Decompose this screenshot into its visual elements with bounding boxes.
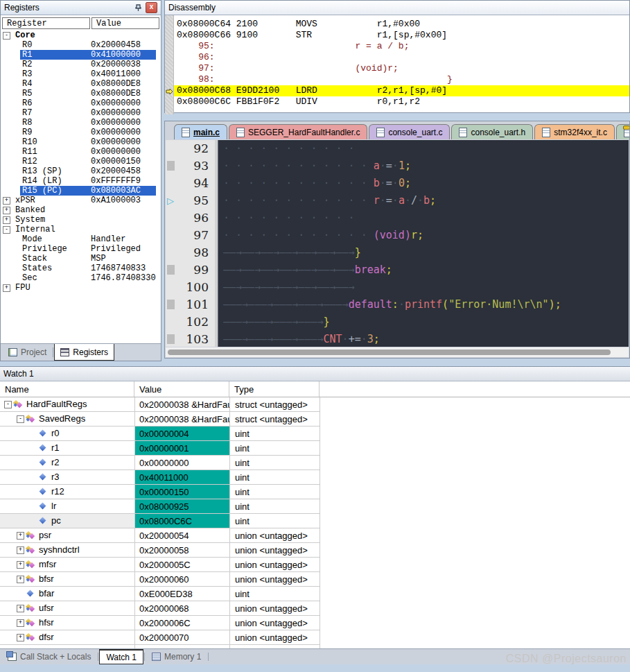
watch-value[interactable]: 0x20000054 — [134, 528, 229, 542]
watch-name-cell[interactable]: +mfsr — [0, 558, 134, 571]
bottom-tab-watch-1[interactable]: Watch 1 — [99, 649, 143, 664]
watch-name-cell[interactable]: -HardFaultRegs — [0, 397, 134, 411]
panel-tab-registers[interactable]: Registers — [54, 344, 114, 361]
watch-row-r2[interactable]: r20x00000000uint — [0, 456, 320, 470]
register-row-stack[interactable]: StackMSP — [1, 254, 161, 264]
disassembly-line[interactable]: 0x08000C64 2100 MOVS r1,#0x00 — [165, 19, 629, 30]
watch-name-cell[interactable]: bfar — [0, 587, 134, 601]
watch-row-psr[interactable]: +psr0x20000054union <untagged> — [0, 528, 320, 543]
tree-expander[interactable]: + — [3, 284, 10, 292]
register-row-r1[interactable]: R10x41000000 — [1, 50, 161, 60]
watch-name-cell[interactable]: r2 — [0, 456, 134, 469]
watch-value[interactable]: 0x20000038 &HardFau... — [134, 397, 229, 411]
watch-value[interactable]: 0x20000070 — [134, 630, 229, 644]
watch-value[interactable]: 0x08000925 — [134, 499, 229, 513]
watch-name-cell[interactable]: r12 — [0, 485, 134, 499]
watch-name-cell[interactable]: +hfsr — [0, 616, 134, 630]
value-column-header[interactable]: Value — [134, 381, 229, 397]
tree-expander[interactable]: - — [4, 401, 12, 408]
tree-expander[interactable]: + — [3, 207, 10, 214]
watch-row-SavedRegs[interactable]: -SavedRegs0x20000038 &HardFau...struct <… — [0, 412, 320, 427]
register-row-system[interactable]: +System — [1, 215, 161, 225]
watch-value[interactable]: 0x40011000 — [134, 470, 229, 484]
register-row-r12[interactable]: R120x00000150 — [1, 157, 161, 166]
watch-value[interactable]: 0x20000068 — [134, 601, 229, 615]
tree-expander[interactable]: - — [3, 32, 10, 40]
watch-name-cell[interactable]: +psr — [0, 528, 134, 542]
watch-name-cell[interactable]: +bfsr — [0, 572, 134, 586]
code-line-101[interactable]: 101———→———→———→———→———→default:·printf("… — [166, 296, 629, 313]
register-row-r11[interactable]: R110x00000000 — [1, 147, 161, 157]
register-row-r8[interactable]: R80x00000000 — [1, 118, 161, 128]
editor-tab-stm32f4xx-it-c[interactable]: stm32f4xx_it.c — [534, 124, 615, 139]
editor-tab-segger-hardfaulthandler-c[interactable]: SEGGER_HardFaultHandler.c — [229, 124, 367, 139]
watch-row-mfsr[interactable]: +mfsr0x2000005Cunion <untagged> — [0, 558, 320, 572]
register-row-mode[interactable]: ModeHandler — [1, 234, 161, 244]
tree-expander[interactable]: - — [17, 415, 24, 423]
watch-row-syshndctrl[interactable]: +syshndctrl0x20000058union <untagged> — [0, 543, 320, 558]
code-line-99[interactable]: 99——→——→——→——→——→——→——→break; — [166, 261, 629, 279]
register-row-r9[interactable]: R90x00000000 — [1, 128, 161, 137]
register-row-r4[interactable]: R40x08000DE8 — [1, 79, 161, 89]
watch-value[interactable]: 0x2000006C — [134, 616, 229, 630]
watch-name-cell[interactable]: +dfsr — [0, 630, 134, 644]
name-column-header[interactable]: Name — [0, 381, 134, 397]
watch-row-lr[interactable]: lr0x08000925uint — [0, 499, 320, 514]
watch-name-cell[interactable]: +syshndctrl — [0, 543, 134, 557]
watch-name-cell[interactable]: pc — [0, 514, 134, 528]
watch-row-ufsr[interactable]: +ufsr0x20000068union <untagged> — [0, 601, 320, 616]
register-column-header[interactable]: Register — [2, 17, 90, 29]
code-line-92[interactable]: 92· · · · · · · · · · · — [166, 140, 629, 157]
disassembly-line[interactable]: 97: (void)r; — [165, 63, 629, 74]
horizontal-scrollbar[interactable] — [166, 347, 629, 357]
register-row-r0[interactable]: R00x20000458 — [1, 40, 161, 50]
pin-icon[interactable] — [134, 3, 143, 12]
register-row-r6[interactable]: R60x00000000 — [1, 98, 161, 108]
register-row-states[interactable]: States17468740833 — [1, 264, 161, 273]
watch-row-dfsr[interactable]: +dfsr0x20000070union <untagged> — [0, 630, 320, 645]
bottom-tab-call-stack-locals[interactable]: Call Stack + Locals — [1, 649, 97, 664]
watch-value[interactable]: 0x00000000 — [134, 456, 229, 469]
register-row-banked[interactable]: +Banked — [1, 205, 161, 215]
close-icon[interactable]: x — [146, 2, 157, 13]
tree-expander[interactable]: + — [3, 197, 10, 205]
tree-expander[interactable]: + — [17, 605, 24, 612]
tree-expander[interactable]: + — [17, 561, 24, 569]
tree-expander[interactable]: + — [17, 576, 24, 583]
register-row-sec[interactable]: Sec1746.87408330 — [1, 273, 161, 283]
bottom-tab-memory-1[interactable]: Memory 1 — [146, 649, 207, 664]
register-row-r3[interactable]: R30x40011000 — [1, 69, 161, 79]
register-row-r7[interactable]: R70x00000000 — [1, 108, 161, 118]
disassembly-body[interactable]: 0x08000C64 2100 MOVS r1,#0x000x08000C66 … — [165, 15, 629, 107]
type-column-header[interactable]: Type — [229, 381, 320, 397]
editor-tab-console-uart-c[interactable]: console_uart.c — [369, 124, 450, 139]
scrollbar-thumb[interactable] — [168, 350, 611, 355]
editor-tab-main-c[interactable]: main.c — [174, 124, 227, 139]
code-line-100[interactable]: 100——→——→——→——→——→——→——→ — [166, 279, 629, 296]
register-row-core[interactable]: -Core — [1, 31, 161, 40]
register-row-internal[interactable]: -Internal — [1, 225, 161, 234]
watch-row-r0[interactable]: r00x00000004uint — [0, 427, 320, 441]
watch-row-HardFaultRegs[interactable]: -HardFaultRegs0x20000038 &HardFau...stru… — [0, 397, 320, 412]
code-area[interactable]: 92· · · · · · · · · · · 93· · · · · · · … — [166, 140, 629, 347]
watch-value[interactable]: 0x08000C6C — [134, 514, 229, 528]
register-row-r15-pc-[interactable]: R15 (PC)0x080003AC — [1, 186, 161, 196]
register-row-fpu[interactable]: +FPU — [1, 283, 161, 293]
tree-expander[interactable]: + — [3, 216, 10, 224]
watch-value[interactable]: 0x20000060 — [134, 572, 229, 586]
watch-value[interactable]: 0x00000004 — [134, 427, 229, 440]
watch-name-cell[interactable]: -SavedRegs — [0, 412, 134, 426]
disassembly-line[interactable]: 0x08000C6C FBB1F0F2 UDIV r0,r1,r2 — [165, 96, 629, 107]
code-line-102[interactable]: 102———→———→———→———→} — [166, 313, 629, 331]
watch-name-cell[interactable]: lr — [0, 499, 134, 513]
watch-row-r12[interactable]: r120x00000150uint — [0, 485, 320, 499]
watch-name-cell[interactable]: r0 — [0, 427, 134, 440]
tree-expander[interactable]: + — [17, 634, 24, 641]
register-row-r2[interactable]: R20x20000038 — [1, 60, 161, 69]
disassembly-line[interactable]: 0x08000C66 9100 STR r1,[sp,#0x00] — [165, 30, 629, 41]
code-line-98[interactable]: 98——→——→——→——→——→——→——→} — [166, 244, 629, 261]
watch-row-bfsr[interactable]: +bfsr0x20000060union <untagged> — [0, 572, 320, 587]
editor-tab-st[interactable]: st — [616, 124, 629, 139]
code-line-95[interactable]: ▷95· · · · · · · · · · · · r·=·a·/·b; — [166, 192, 629, 209]
panel-tab-project[interactable]: Project — [3, 344, 52, 361]
